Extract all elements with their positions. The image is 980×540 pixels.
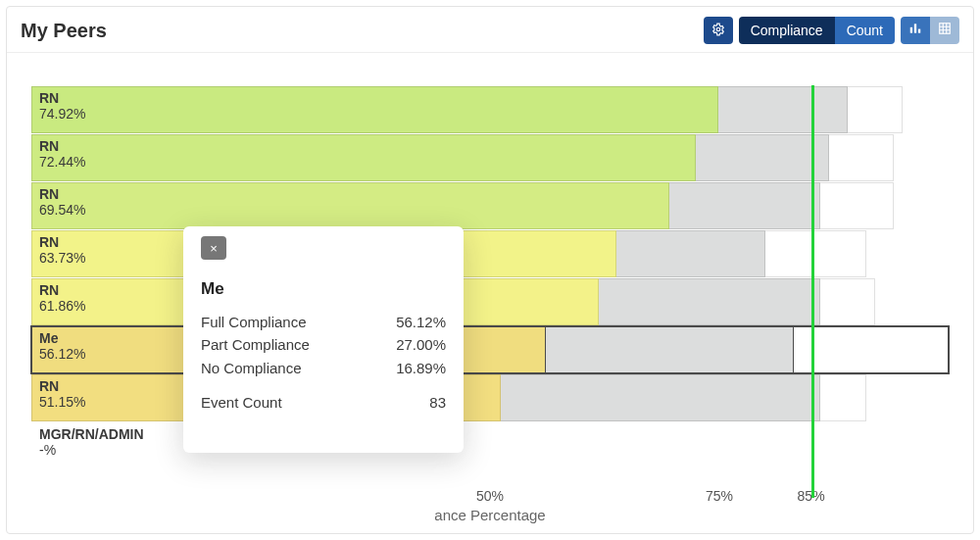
goal-line [811, 85, 814, 498]
bar-label: RN74.92% [39, 90, 85, 122]
axis-tick: 50% [476, 488, 504, 504]
svg-rect-3 [918, 29, 920, 33]
bar-full-segment [31, 86, 718, 133]
bar-label: RN69.54% [39, 186, 85, 218]
bar-label: MGR/RN/ADMIN-% [39, 426, 144, 458]
metric-toggle: Compliance Count [739, 17, 895, 44]
tooltip-event-count: Event Count 83 [201, 391, 446, 414]
bar-label: RN61.86% [39, 282, 85, 314]
tooltip-row-label: Part Compliance [201, 333, 310, 356]
toolbar: Compliance Count [704, 17, 959, 44]
bar-label: RN63.73% [39, 234, 85, 266]
gear-icon [711, 23, 725, 39]
tooltip-row-label: No Compliance [201, 357, 302, 379]
tooltip-card: × Me Full Compliance56.12%Part Complianc… [183, 226, 464, 453]
bar-chart-icon [908, 22, 922, 39]
tooltip-row-value: 27.00% [396, 333, 446, 356]
bar-label: RN51.15% [39, 378, 85, 410]
my-peers-panel: My Peers Compliance Count [6, 6, 974, 534]
tooltip-row-value: 56.12% [396, 311, 446, 333]
svg-rect-1 [910, 27, 912, 33]
axis-tick: 75% [706, 488, 733, 504]
tooltip-row-value: 83 [429, 391, 446, 414]
page-title: My Peers [21, 20, 107, 42]
tooltip-row-label: Full Compliance [201, 311, 307, 333]
tooltip-row: Full Compliance56.12% [201, 311, 446, 333]
tooltip-close-button[interactable]: × [201, 236, 226, 260]
svg-rect-2 [914, 24, 916, 32]
bar-full-segment [31, 182, 669, 229]
x-axis-label: ance Percentage [434, 507, 545, 523]
panel-header: My Peers Compliance Count [7, 7, 973, 53]
view-toggle-table[interactable] [930, 17, 959, 44]
tooltip-row-value: 16.89% [396, 357, 446, 379]
view-toggle [901, 17, 959, 44]
tooltip-row: Part Compliance27.00% [201, 333, 446, 356]
svg-point-0 [716, 27, 720, 31]
svg-rect-4 [940, 24, 951, 34]
metric-toggle-compliance[interactable]: Compliance [739, 17, 835, 44]
tooltip-row: No Compliance16.89% [201, 357, 446, 379]
close-icon: × [210, 241, 218, 256]
metric-toggle-count[interactable]: Count [835, 17, 895, 44]
bar-label: RN72.44% [39, 138, 85, 170]
bar-label: Me56.12% [39, 330, 85, 362]
table-icon [938, 22, 952, 39]
chart-area: RN74.92%RN72.44%RN69.54%RN63.73%RN61.86%… [31, 85, 949, 484]
tooltip-title: Me [201, 279, 446, 299]
bar-full-segment [31, 134, 696, 181]
settings-button[interactable] [704, 17, 733, 44]
view-toggle-chart[interactable] [901, 17, 930, 44]
tooltip-row-label: Event Count [201, 391, 282, 414]
